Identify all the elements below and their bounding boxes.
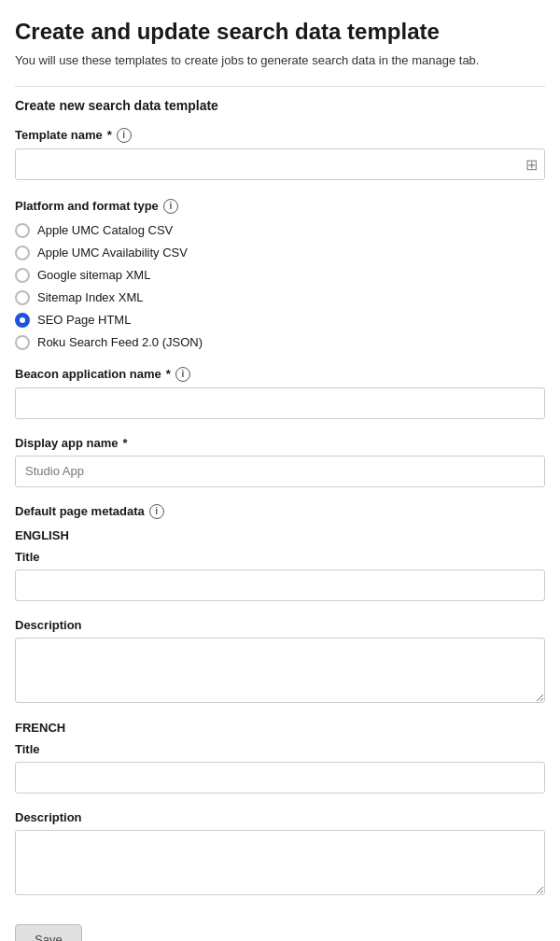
radio-option-sitemap-index[interactable]: Sitemap Index XML xyxy=(15,290,545,305)
french-description-label: Description xyxy=(15,810,545,824)
radio-apple-umc-csv[interactable] xyxy=(15,223,30,238)
radio-apple-umc-avail[interactable] xyxy=(15,246,30,260)
radio-seo-page[interactable] xyxy=(15,313,30,328)
radio-roku-search[interactable] xyxy=(15,335,30,350)
english-description-input[interactable] xyxy=(15,638,545,703)
radio-option-seo-page[interactable]: SEO Page HTML xyxy=(15,313,545,328)
save-button[interactable]: Save xyxy=(15,924,82,941)
platform-radio-group: Apple UMC Catalog CSV Apple UMC Availabi… xyxy=(15,223,545,350)
template-name-input[interactable] xyxy=(15,148,545,180)
display-app-name-input[interactable] xyxy=(15,456,545,487)
metadata-info-icon[interactable]: i xyxy=(149,504,164,519)
page-title: Create and update search data template xyxy=(15,19,545,46)
platform-info-icon[interactable]: i xyxy=(163,199,178,214)
english-title-label: Title xyxy=(15,550,545,564)
english-title-input[interactable] xyxy=(15,569,545,601)
english-description-label: Description xyxy=(15,618,545,632)
platform-section: Platform and format type i Apple UMC Cat… xyxy=(15,199,545,350)
radio-sitemap-index[interactable] xyxy=(15,290,30,305)
platform-label: Platform and format type i xyxy=(15,199,545,214)
english-label: ENGLISH xyxy=(15,528,545,542)
french-section: FRENCH Title Description xyxy=(15,721,545,898)
english-section: ENGLISH Title Description xyxy=(15,528,545,706)
template-name-info-icon[interactable]: i xyxy=(117,128,132,143)
radio-option-apple-umc-avail[interactable]: Apple UMC Availability CSV xyxy=(15,246,545,260)
french-title-label: Title xyxy=(15,742,545,756)
template-name-label: Template name * i xyxy=(15,128,545,143)
display-app-name-label: Display app name * xyxy=(15,436,545,450)
french-label: FRENCH xyxy=(15,721,545,735)
radio-option-google-sitemap[interactable]: Google sitemap XML xyxy=(15,268,545,283)
section-heading: Create new search data template xyxy=(15,86,545,113)
radio-google-sitemap[interactable] xyxy=(15,268,30,283)
beacon-app-label: Beacon application name * i xyxy=(15,367,545,382)
radio-option-apple-umc-csv[interactable]: Apple UMC Catalog CSV xyxy=(15,223,545,238)
beacon-app-info-icon[interactable]: i xyxy=(175,367,190,382)
radio-option-roku-search[interactable]: Roku Search Feed 2.0 (JSON) xyxy=(15,335,545,350)
french-description-input[interactable] xyxy=(15,830,545,895)
page-subtitle: You will use these templates to create j… xyxy=(15,53,545,67)
french-title-input[interactable] xyxy=(15,762,545,794)
grid-icon: ⊞ xyxy=(525,155,538,173)
beacon-app-input[interactable] xyxy=(15,387,545,419)
metadata-section-label: Default page metadata i xyxy=(15,504,545,519)
